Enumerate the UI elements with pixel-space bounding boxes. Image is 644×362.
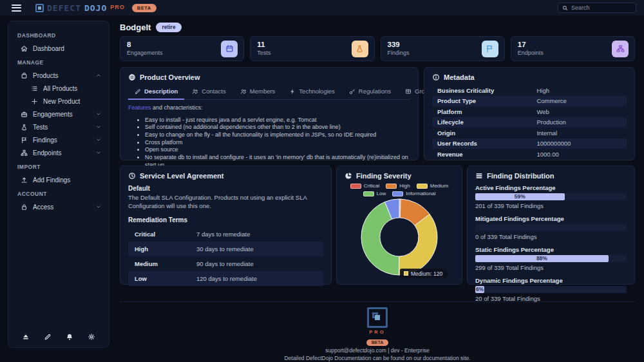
sla-severity: High bbox=[135, 245, 196, 252]
search-icon bbox=[562, 5, 568, 11]
chevron-down-icon bbox=[96, 150, 101, 155]
legend-label: Medium bbox=[430, 183, 448, 189]
chevron-down-icon bbox=[96, 204, 101, 209]
sidebar-item-label: Dashboard bbox=[33, 45, 64, 52]
lock-icon bbox=[21, 204, 28, 211]
footer-beta-badge: BETA bbox=[366, 339, 389, 346]
flag-icon bbox=[21, 137, 28, 144]
sidebar-item-all-products[interactable]: All Products bbox=[8, 82, 109, 95]
metadata-row-product-type: Product TypeCommerce bbox=[432, 96, 627, 107]
sidebar-item-add-findings[interactable]: Add Findings bbox=[8, 173, 109, 186]
product-description: Features and characteristics: Easy to in… bbox=[128, 104, 410, 169]
stat-card-endpoints[interactable]: 17Endpoints bbox=[511, 36, 635, 61]
sidebar-item-label: Findings bbox=[33, 137, 57, 144]
distribution-caption: 20 of 339 Total Findings bbox=[475, 295, 627, 302]
sidebar-item-findings[interactable]: Findings bbox=[8, 133, 109, 146]
tab-technologies[interactable]: Technologies bbox=[283, 85, 341, 100]
metadata-value: Commerce bbox=[536, 97, 566, 104]
legend-item-informational[interactable]: Informational bbox=[392, 191, 435, 196]
pencil-icon[interactable] bbox=[44, 333, 52, 341]
list-icon bbox=[31, 85, 38, 92]
severity-legend: CriticalHighMediumLowInformational bbox=[345, 183, 454, 196]
sidebar-item-label: Tests bbox=[33, 124, 48, 131]
metadata-label: Business Criticality bbox=[437, 87, 536, 94]
gear-icon[interactable] bbox=[88, 333, 95, 341]
tab-contacts[interactable]: Contacts bbox=[185, 85, 232, 100]
legend-label: Critical bbox=[364, 183, 379, 189]
sidebar-item-new-product[interactable]: New Product bbox=[8, 95, 109, 108]
pencil-icon bbox=[135, 88, 141, 95]
sidebar-item-label: Access bbox=[33, 204, 53, 211]
legend-swatch bbox=[386, 184, 397, 189]
progress-fill: 59% bbox=[475, 193, 565, 200]
sidebar-item-tests[interactable]: Tests bbox=[8, 120, 109, 133]
sla-header: Service Level Agreement bbox=[128, 172, 323, 180]
legend-item-critical[interactable]: Critical bbox=[350, 183, 379, 189]
sidebar-item-products[interactable]: Products bbox=[8, 69, 109, 82]
metadata-label: Platform bbox=[437, 108, 536, 115]
sidebar-item-dashboard[interactable]: Dashboard bbox=[8, 42, 109, 55]
metadata-value: 1000000000 bbox=[536, 140, 571, 147]
stat-card-findings[interactable]: 339Findings bbox=[381, 36, 505, 61]
tab-description[interactable]: Description bbox=[128, 85, 184, 100]
hamburger-menu-icon[interactable] bbox=[12, 5, 21, 12]
chevron-down-icon bbox=[96, 124, 101, 129]
sidebar-item-access[interactable]: Access bbox=[8, 200, 109, 213]
chart-tooltip: Medium: 120 bbox=[400, 269, 446, 278]
legend-item-medium[interactable]: Medium bbox=[417, 183, 448, 189]
home-icon bbox=[21, 45, 28, 52]
progress-fill: 6% bbox=[475, 286, 484, 293]
metadata-row-origin: OriginInternal bbox=[432, 128, 627, 138]
severity-donut-chart: Medium: 120 bbox=[345, 198, 454, 276]
legend-item-high[interactable]: High bbox=[386, 183, 410, 189]
eject-icon[interactable] bbox=[22, 333, 30, 341]
progress-track: 6% bbox=[475, 286, 627, 293]
tab-label: Description bbox=[144, 88, 178, 95]
donut-segment-medium[interactable] bbox=[399, 214, 437, 275]
top-navbar: DEFECT DOJO PRO BETA bbox=[0, 0, 644, 15]
bell-icon[interactable] bbox=[66, 333, 73, 341]
sla-severity: Low bbox=[135, 275, 196, 282]
metadata-label: User Records bbox=[437, 140, 536, 147]
sidebar-item-engagements[interactable]: Engagements bbox=[8, 108, 109, 120]
metadata-row-platform: PlatformWeb bbox=[432, 106, 627, 117]
globe-icon bbox=[128, 73, 136, 81]
metadata-header: Metadata bbox=[432, 73, 627, 81]
legend-swatch bbox=[417, 184, 428, 189]
search-box[interactable] bbox=[558, 3, 636, 13]
progress-track: 59% bbox=[475, 193, 627, 200]
sla-severity: Critical bbox=[135, 231, 196, 238]
people-icon bbox=[240, 88, 247, 95]
sidebar-section-import: IMPORT bbox=[8, 159, 109, 173]
beta-badge: BETA bbox=[132, 4, 156, 12]
sla-config-name: Default bbox=[128, 185, 323, 192]
tab-regulations[interactable]: Regulations bbox=[343, 85, 397, 100]
upload-icon bbox=[21, 176, 28, 184]
search-input[interactable] bbox=[571, 5, 623, 11]
sla-config-desc: The Default SLA Configuration. Products … bbox=[128, 194, 323, 211]
bag-icon bbox=[21, 72, 28, 79]
sla-days: 90 days to remediate bbox=[196, 260, 254, 267]
legend-label: High bbox=[399, 183, 410, 189]
description-bullet: Easy to change on the fly - all the func… bbox=[145, 131, 410, 139]
sidebar-item-endpoints[interactable]: Endpoints bbox=[8, 146, 109, 159]
tab-label: Contacts bbox=[202, 88, 226, 95]
app-root: DEFECT DOJO PRO BETA DASHBOARDDashboardM… bbox=[0, 0, 644, 362]
footer-docs-line: Detailed DefectDojo Documentation can be… bbox=[120, 354, 635, 362]
chevron-down-icon bbox=[96, 137, 101, 142]
features-link[interactable]: Features bbox=[128, 104, 151, 111]
legend-item-low[interactable]: Low bbox=[363, 191, 386, 196]
metadata-value: 1000.00 bbox=[536, 151, 558, 158]
description-bullet: Open source bbox=[145, 146, 410, 154]
stat-card-engagements[interactable]: 8Engagements bbox=[120, 36, 244, 61]
tab-members[interactable]: Members bbox=[234, 85, 282, 100]
metadata-row-revenue: Revenue1000.00 bbox=[432, 149, 627, 160]
sitemap-icon bbox=[21, 149, 28, 157]
people-icon bbox=[192, 88, 198, 95]
stat-card-tests[interactable]: 11Tests bbox=[250, 36, 374, 61]
chevron-down-icon bbox=[96, 111, 101, 117]
retire-badge[interactable]: retire bbox=[156, 23, 181, 32]
defectdojo-logo[interactable]: DEFECT DOJO PRO BETA bbox=[35, 3, 156, 13]
sla-days: 30 days to remediate bbox=[196, 245, 254, 252]
logo-text-pro: PRO bbox=[110, 4, 125, 10]
